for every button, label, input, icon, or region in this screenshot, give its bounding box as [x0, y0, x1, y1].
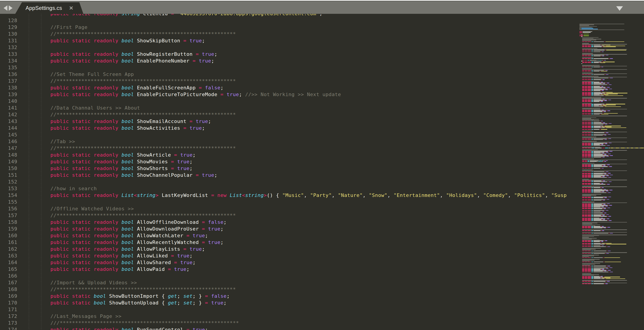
minimap-segment [591, 145, 593, 146]
minimap-segment [582, 145, 584, 146]
code-line: 154public static readonly List<string> L… [0, 192, 644, 198]
minimap-segment [607, 192, 608, 193]
minimap-segment [582, 90, 584, 90]
minimap-segment [582, 88, 584, 88]
minimap-segment [594, 100, 603, 101]
code-text: public static readonly bool ShowArticle … [17, 152, 196, 158]
minimap-segment [582, 155, 584, 156]
code-line: 143public static readonly bool ShowEmail… [0, 118, 644, 124]
minimap-segment [594, 113, 602, 114]
minimap-segment [591, 96, 593, 96]
minimap-segment [594, 269, 600, 270]
minimap-segment [602, 144, 603, 145]
minimap-segment [601, 94, 608, 95]
minimap-segment [591, 271, 593, 272]
minimap-segment [585, 93, 587, 94]
minimap-segment [585, 172, 587, 172]
minimap-segment [606, 281, 606, 282]
minimap-segment [582, 45, 584, 46]
code-editor-window: AppSettings.cs ✕ public static readonly … [0, 0, 644, 330]
minimap-segment [588, 84, 591, 85]
minimap-segment [594, 90, 600, 91]
minimap-segment [582, 214, 584, 215]
minimap-segment [594, 62, 602, 62]
minimap-segment [600, 67, 601, 68]
minimap-segment [594, 187, 600, 188]
minimap-segment [594, 240, 604, 241]
minimap-segment [604, 60, 606, 61]
code-text: public static bool ShowButtonImport { ge… [17, 293, 230, 299]
minimap-segment [582, 180, 584, 181]
minimap-segment [588, 135, 591, 136]
minimap-segment [585, 151, 587, 152]
minimap-segment [604, 206, 605, 206]
minimap[interactable] [578, 14, 644, 330]
minimap-segment [585, 144, 587, 145]
minimap-segment [585, 214, 587, 215]
minimap-segment [600, 218, 600, 218]
minimap-segment [601, 82, 603, 82]
line-number: 130 [0, 31, 17, 37]
minimap-segment [601, 56, 602, 56]
tab-list-dropdown-icon[interactable] [616, 6, 623, 11]
minimap-segment [602, 157, 602, 158]
back-arrow-icon[interactable] [4, 6, 8, 11]
minimap-segment [607, 197, 608, 197]
minimap-segment [582, 208, 584, 208]
minimap-segment [588, 132, 591, 133]
minimap-segment [588, 218, 591, 218]
minimap-segment [606, 83, 606, 83]
code-line: 174public static readonly bool RunSoundC… [0, 326, 644, 330]
minimap-segment [594, 71, 600, 72]
history-nav-arrows [4, 6, 12, 11]
tab-close-icon[interactable]: ✕ [69, 2, 73, 14]
minimap-segment [585, 134, 587, 135]
minimap-segment [603, 148, 604, 148]
minimap-segment [591, 110, 593, 111]
minimap-segment [585, 124, 587, 125]
minimap-segment [588, 176, 591, 177]
tab-appsettings[interactable]: AppSettings.cs ✕ [15, 2, 83, 14]
code-text: public static readonly bool ShowMovies =… [17, 159, 193, 164]
minimap-segment [594, 52, 600, 52]
minimap-segment [591, 157, 593, 158]
minimap-segment [604, 165, 606, 166]
minimap-segment [582, 106, 584, 106]
minimap-segment [626, 148, 626, 148]
minimap-segment [609, 123, 612, 124]
minimap-segment [609, 220, 612, 221]
minimap-segment [588, 165, 591, 166]
minimap-segment [591, 241, 593, 242]
minimap-segment [580, 24, 624, 24]
minimap-segment [585, 42, 587, 42]
minimap-segment [582, 106, 584, 107]
minimap-segment [582, 270, 584, 271]
minimap-segment [607, 87, 610, 88]
minimap-segment [582, 42, 584, 42]
minimap-segment [600, 106, 606, 106]
minimap-segment [588, 52, 591, 52]
minimap-segment [594, 78, 608, 78]
minimap-segment [588, 92, 591, 93]
code-text: public static readonly bool AllowShared … [17, 260, 196, 265]
minimap-segment [600, 106, 600, 106]
minimap-segment [585, 258, 587, 258]
minimap-segment [582, 182, 584, 182]
minimap-segment [594, 175, 608, 176]
code-text: //**************************************… [17, 212, 236, 218]
minimap-segment [610, 58, 613, 59]
minimap-segment [591, 126, 593, 126]
line-number: 155 [0, 199, 17, 205]
minimap-segment [594, 228, 602, 228]
minimap-segment [582, 197, 584, 197]
minimap-segment [588, 46, 591, 46]
line-number: 167 [0, 280, 17, 286]
minimap-segment [585, 94, 587, 95]
forward-arrow-icon[interactable] [9, 6, 12, 11]
minimap-segment [585, 126, 587, 127]
minimap-segment [588, 278, 591, 278]
editor-pane[interactable]: public static readonly string ClientId =… [0, 14, 644, 330]
minimap-segment [606, 55, 608, 56]
minimap-segment [594, 104, 602, 105]
minimap-segment [588, 67, 591, 68]
